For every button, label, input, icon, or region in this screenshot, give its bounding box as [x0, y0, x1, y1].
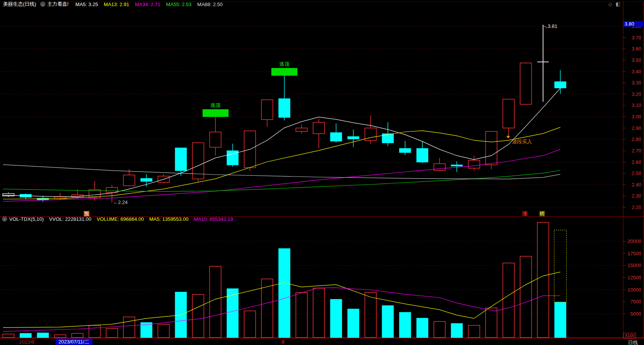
volume-axis-label: 5000 — [625, 311, 641, 317]
volume-bar — [72, 333, 83, 337]
price-highlight-badge: 3.80 — [623, 21, 644, 27]
ma-legend: MA5: 3.25MA13: 2.91MA34: 2.71MA55: 2.53M… — [75, 2, 222, 7]
volume-bar — [468, 326, 480, 338]
candle — [503, 99, 514, 128]
volume-bar — [382, 305, 394, 338]
price-axis-label: 3.60 — [625, 46, 641, 52]
price-axis-label: 3.00 — [625, 114, 641, 120]
vvol-projection-box — [554, 230, 566, 302]
price-axis-label: 2.20 — [625, 204, 641, 210]
price-axis-label: 3.70 — [625, 35, 641, 40]
volume-bar — [37, 333, 49, 338]
volume-bar — [20, 333, 32, 338]
price-ma-line-MA55 — [3, 170, 560, 191]
ma-legend-item: MA55: 2.53 — [166, 2, 192, 7]
volume-bar — [192, 295, 204, 338]
volume-bar — [89, 326, 101, 338]
volume-bar — [503, 263, 514, 337]
price-axis-label: 2.90 — [625, 125, 641, 131]
ma-legend-item: MA88: 2.50 — [197, 2, 223, 7]
chevron-circle-icon[interactable]: ⌄ — [40, 2, 45, 7]
price-axis-label: 3.20 — [625, 91, 641, 97]
candle — [451, 165, 463, 166]
period-label[interactable]: 日线 — [628, 339, 638, 345]
vol-legend-item: VOLUME: 696864.00 — [97, 216, 144, 222]
candle — [468, 160, 480, 168]
candle — [123, 175, 135, 186]
ma-legend-item: MA34: 2.71 — [135, 2, 161, 7]
volume-bar — [279, 248, 290, 338]
price-axis-label: 2.70 — [625, 148, 641, 154]
volume-bar — [486, 308, 497, 337]
ma-legend-item: MA13: 2.91 — [104, 2, 130, 7]
stock-title: 美丽生态(日线) — [3, 1, 36, 8]
tdx-chart-window: 美丽生态(日线) ⌄ 主力看盘! MA5: 3.25MA13: 2.91MA34… — [0, 0, 644, 345]
ma-legend-item: MA5: 3.25 — [75, 2, 98, 7]
candle — [313, 122, 324, 134]
candle — [175, 147, 187, 171]
price-axis-label: 2.50 — [625, 170, 641, 176]
candle — [296, 128, 307, 131]
vol-ma-legend: VOLUME: 696864.00MA5: 1359553.00MA10: 85… — [97, 216, 238, 222]
price-axis-label: 3.30 — [625, 80, 641, 86]
volume-bar — [555, 302, 566, 338]
stock-name: 美丽生态 — [3, 1, 23, 7]
volume-bar — [210, 266, 221, 337]
volume-axis-label: 15000 — [625, 262, 641, 268]
volume-bar — [3, 334, 14, 337]
date-box: 2023/07/11/二 — [55, 339, 92, 345]
candle — [347, 136, 359, 139]
price-axis-label: 2.30 — [625, 193, 641, 199]
volume-bar — [347, 309, 359, 338]
year-label: 2023年 — [19, 339, 35, 345]
volume-bar — [451, 323, 463, 338]
volume-axis-label: 7500 — [625, 299, 641, 305]
candle — [555, 81, 566, 88]
candle — [520, 63, 532, 104]
price-axis-label: 2.60 — [625, 159, 641, 165]
price-axis-label: 3.40 — [625, 69, 641, 75]
volume-bar — [537, 222, 549, 337]
volume-axis-label: 10000 — [625, 287, 641, 293]
candle — [382, 133, 394, 143]
volume-bar — [434, 321, 445, 337]
volume-multiplier: X100 — [623, 333, 636, 339]
main-force-label[interactable]: 主力看盘! — [47, 1, 69, 8]
price-axis-label: 3.50 — [625, 57, 641, 63]
price-axis-label: 2.40 — [625, 182, 641, 188]
candle — [486, 131, 497, 165]
candle — [399, 148, 411, 153]
candle — [434, 164, 445, 170]
volume-bar — [244, 311, 256, 338]
vvol-value: VVOL: 2228131.00 — [49, 216, 91, 222]
candle — [106, 188, 118, 193]
chevron-circle-icon[interactable]: ⌄ — [2, 216, 7, 222]
candle — [210, 132, 221, 147]
indicator-badge-榜[interactable]: 榜 — [539, 211, 545, 217]
candle — [330, 132, 342, 141]
candle — [417, 148, 428, 162]
month-marker: 8 — [282, 339, 284, 345]
volume-axis-label: 20000 — [625, 238, 641, 244]
volume-axis-label: 17500 — [625, 251, 641, 256]
chart-canvas[interactable] — [0, 0, 644, 345]
volume-bar — [417, 318, 428, 338]
date-bar: 2023年 2023/07/11/二 8 日线 — [0, 339, 644, 345]
period-suffix: (日线) — [23, 1, 36, 7]
panel-icon[interactable]: ◧ — [616, 1, 620, 7]
volume-bar — [365, 293, 376, 338]
volume-header: ⌄ VOL-TDX(5,10) VVOL: 2228131.00 VOLUME:… — [0, 216, 238, 222]
vol-legend-item: MA5: 1359553.00 — [149, 216, 188, 222]
title-bar: 美丽生态(日线) ⌄ 主力看盘! MA5: 3.25MA13: 2.91MA34… — [0, 0, 644, 8]
indicator-badge-涨[interactable]: 涨 — [522, 211, 528, 217]
volume-bar — [123, 317, 135, 337]
volume-bar — [54, 335, 66, 337]
volume-bar — [106, 329, 118, 338]
volume-bar — [158, 324, 169, 337]
volume-bar — [296, 293, 307, 338]
volume-bar — [520, 256, 532, 338]
diamond-icon[interactable]: ◇ — [608, 1, 612, 7]
volume-bar — [399, 312, 411, 338]
indicator-badge-预[interactable]: 预 — [84, 211, 89, 217]
vol-legend-item: MA10: 855342.19 — [194, 216, 233, 222]
